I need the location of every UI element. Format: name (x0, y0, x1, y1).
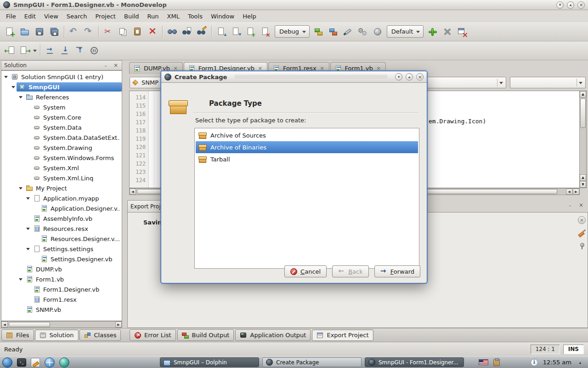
pad-autohide-icon[interactable] (102, 62, 109, 69)
panel-tab[interactable]: Files (1, 329, 34, 341)
expander-icon[interactable] (18, 185, 24, 191)
dialog-maximize-button[interactable] (406, 73, 413, 80)
close-document-button[interactable] (455, 24, 469, 39)
runtime-combo[interactable]: Default (387, 25, 424, 38)
add-button[interactable] (425, 24, 440, 39)
cancel-button[interactable]: Cancel (284, 265, 327, 277)
konsole-icon[interactable] (17, 358, 26, 367)
expander-icon[interactable] (3, 74, 9, 80)
delete-button[interactable] (145, 24, 160, 39)
tree-row[interactable]: Form1.vb (1, 274, 122, 284)
save-button[interactable] (32, 24, 47, 39)
package-type-option[interactable]: Archive of Binaries (196, 141, 418, 153)
clock[interactable]: 12:55 am (543, 359, 571, 366)
pause-button[interactable] (87, 43, 102, 58)
paste-button[interactable] (130, 24, 145, 39)
menu-item[interactable]: Tools (184, 11, 207, 22)
undo-button[interactable] (67, 24, 81, 39)
new-bookmark-button[interactable] (243, 24, 258, 39)
save-all-button[interactable] (47, 24, 62, 39)
remove-button[interactable] (440, 24, 455, 39)
navigate-back-button[interactable] (3, 43, 17, 58)
navigate-dropdown[interactable] (32, 45, 38, 57)
panel-tab[interactable]: Solution (35, 329, 79, 341)
tree-row[interactable]: Application.Designer.v... (1, 203, 122, 213)
tree-row[interactable]: Solution SmnpGUI (1 entry) (1, 72, 122, 82)
close-button[interactable] (577, 1, 585, 9)
step-over-button[interactable] (43, 43, 57, 58)
expander-icon[interactable] (18, 276, 24, 282)
pad-close-icon[interactable] (113, 62, 119, 69)
clear-bookmarks-button[interactable] (258, 24, 273, 39)
minimize-button[interactable] (556, 1, 564, 9)
clear-output-icon[interactable] (578, 216, 586, 224)
expander-icon[interactable] (25, 196, 31, 201)
navigate-forward-button[interactable] (17, 43, 32, 58)
cut-button[interactable] (101, 24, 116, 39)
scroll-down-icon[interactable]: ▼ (580, 181, 586, 188)
forward-button[interactable]: Forward (374, 265, 420, 277)
region-combo[interactable] (510, 77, 586, 88)
scrollbar-thumb[interactable] (9, 322, 50, 327)
menu-item[interactable]: Run (143, 11, 163, 22)
keyboard-layout-flag-icon[interactable] (479, 359, 488, 365)
clipboard-tray-icon[interactable] (493, 359, 500, 366)
text-editor-icon[interactable] (31, 358, 40, 367)
pad-tab[interactable]: Export Projec (127, 200, 166, 212)
taskbar-window-button[interactable]: Create Package (262, 357, 362, 367)
run-button[interactable] (341, 24, 356, 39)
window-titlebar[interactable]: SmnpGUI - Form1.Designer.vb - MonoDevelo… (0, 0, 588, 10)
expander-icon[interactable] (25, 246, 31, 252)
menu-item[interactable]: Search (62, 11, 91, 22)
tree-row[interactable]: Settings.Designer.vb (1, 254, 122, 264)
pad-close-icon[interactable] (578, 202, 584, 208)
tree-row[interactable]: Form1.Designer.vb (1, 284, 122, 294)
scroll-right-icon[interactable]: ▶ (115, 322, 122, 328)
pad-autohide-icon[interactable] (567, 202, 573, 208)
dialog-close-button[interactable] (416, 73, 424, 80)
prev-bookmark-button[interactable] (214, 24, 229, 39)
step-into-button[interactable] (57, 43, 72, 58)
menu-item[interactable]: File (2, 11, 20, 22)
menu-item[interactable]: Build (120, 11, 143, 22)
tree-row[interactable]: Resources.Designer.v... (1, 234, 122, 244)
menu-item[interactable]: Window (207, 11, 238, 22)
rebuild-button[interactable] (326, 24, 341, 39)
copy-button[interactable] (116, 24, 130, 39)
scroll-left-icon[interactable]: ◀ (1, 322, 8, 328)
search-in-files-button[interactable] (180, 24, 194, 39)
package-type-option[interactable]: Tarball (196, 153, 418, 165)
tree-row[interactable]: System.Data.DataSetExt... (1, 132, 122, 143)
tree-row[interactable]: Resources.resx (1, 224, 122, 234)
package-type-option[interactable]: Archive of Sources (196, 129, 418, 141)
tree-row[interactable]: System.Xml.Linq (1, 173, 122, 183)
tree-row[interactable]: System.Windows.Forms (1, 153, 122, 163)
dialog-titlebar[interactable]: Create Package (161, 71, 427, 83)
build-configuration-combo[interactable]: Debug (275, 25, 310, 38)
tree-row[interactable]: System (1, 102, 122, 112)
tree-row[interactable]: System.Core (1, 112, 122, 122)
replace-in-files-button[interactable] (194, 24, 209, 39)
panel-tab[interactable]: Classes (79, 329, 121, 341)
scroll-up-icon[interactable]: ▲ (580, 91, 586, 98)
tree-row[interactable]: References (1, 92, 122, 102)
editor-vertical-scrollbar[interactable]: ▲ ▲ ▼ (579, 91, 586, 188)
expander-icon[interactable] (11, 84, 17, 90)
menu-item[interactable]: XML (163, 11, 184, 22)
package-type-list[interactable]: Archive of Sources Archive of Binaries T… (194, 128, 419, 269)
browser-icon[interactable] (45, 357, 55, 368)
new-file-button[interactable] (3, 24, 17, 39)
scroll-right-icon[interactable]: ▶ (573, 189, 579, 195)
tree-row[interactable]: DUMP.vb (1, 264, 122, 274)
notifications-icon[interactable] (531, 359, 538, 366)
output-tab[interactable]: Application Output (235, 329, 311, 341)
panel-expand-icon[interactable] (577, 359, 584, 366)
scroll-up-icon[interactable]: ▲ (580, 174, 586, 181)
menu-item[interactable]: Help (238, 11, 260, 22)
scrollbar-thumb[interactable] (580, 98, 586, 128)
menu-item[interactable]: View (40, 11, 62, 22)
taskbar-window-button[interactable]: SmnpGUI - Form1.Designer... (365, 357, 464, 367)
back-button[interactable]: Back (332, 265, 369, 277)
menu-item[interactable]: Edit (20, 11, 40, 22)
clean-icon[interactable] (578, 229, 586, 237)
